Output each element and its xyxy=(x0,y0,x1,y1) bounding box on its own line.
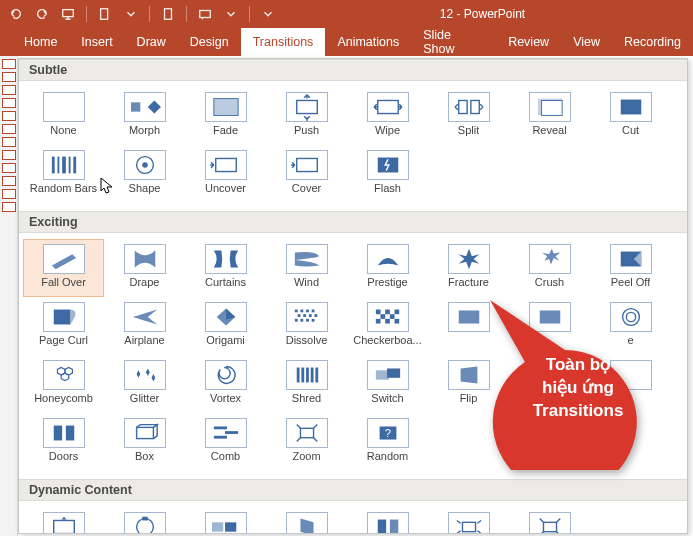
transition-curtains[interactable]: Curtains xyxy=(185,239,266,297)
svg-rect-10 xyxy=(458,100,466,113)
svg-rect-43 xyxy=(380,314,385,319)
quick-access-toolbar xyxy=(6,4,278,24)
transition-flip[interactable]: Flip xyxy=(428,355,509,413)
svg-rect-41 xyxy=(385,310,390,315)
transition-push[interactable]: Push xyxy=(266,87,347,145)
transition-cut[interactable]: Cut xyxy=(590,87,671,145)
svg-rect-59 xyxy=(301,368,304,383)
tab-home[interactable]: Home xyxy=(12,28,69,56)
window-title: 12 - PowerPoint xyxy=(278,7,687,21)
svg-rect-23 xyxy=(296,158,317,171)
svg-rect-62 xyxy=(315,368,318,383)
tab-draw[interactable]: Draw xyxy=(125,28,178,56)
svg-marker-54 xyxy=(61,373,68,380)
svg-rect-83 xyxy=(389,520,397,534)
tab-animations[interactable]: Animations xyxy=(325,28,411,56)
transition-none[interactable]: None xyxy=(23,87,104,145)
transition-switch[interactable]: Switch xyxy=(347,355,428,413)
transition-zoom[interactable]: Zoom xyxy=(266,413,347,471)
transition-page-curl[interactable]: Page Curl xyxy=(23,297,104,355)
svg-rect-31 xyxy=(311,310,314,313)
svg-marker-57 xyxy=(151,374,155,381)
tab-recording[interactable]: Recording xyxy=(612,28,693,56)
svg-rect-28 xyxy=(294,310,297,313)
transition-checkerboard[interactable]: Checkerboa... xyxy=(347,297,428,355)
start-slideshow-button[interactable] xyxy=(58,4,78,24)
textbox-button[interactable] xyxy=(195,4,215,24)
transition-fly-through[interactable]: Fly Through xyxy=(509,507,590,534)
transition-pan[interactable]: Pan xyxy=(23,507,104,534)
svg-rect-72 xyxy=(300,428,313,437)
transition-wipe[interactable]: Wipe xyxy=(347,87,428,145)
transition-hidden-3[interactable]: e xyxy=(590,297,671,355)
transition-airplane[interactable]: Airplane xyxy=(104,297,185,355)
transition-morph[interactable]: Morph xyxy=(104,87,185,145)
transitions-gallery[interactable]: Subtle None Morph Fade Push Wipe Split R… xyxy=(18,58,688,534)
textbox-dropdown[interactable] xyxy=(221,4,241,24)
transition-vortex[interactable]: Vortex xyxy=(185,355,266,413)
slide-thumbnail-panel[interactable] xyxy=(0,56,18,536)
transition-hidden-5[interactable] xyxy=(590,355,671,413)
transition-orbit[interactable]: Orbit xyxy=(428,507,509,534)
svg-rect-67 xyxy=(65,426,73,441)
redo-button[interactable] xyxy=(32,4,52,24)
transition-prestige[interactable]: Prestige xyxy=(347,239,428,297)
group-header-exciting: Exciting xyxy=(19,211,687,233)
transition-origami[interactable]: Origami xyxy=(185,297,266,355)
transition-fade[interactable]: Fade xyxy=(185,87,266,145)
transition-shape[interactable]: Shape xyxy=(104,145,185,203)
transition-hidden-4[interactable] xyxy=(509,355,590,413)
transition-conveyor[interactable]: Conveyor xyxy=(185,507,266,534)
new-document-button[interactable] xyxy=(158,4,178,24)
transition-drape[interactable]: Drape xyxy=(104,239,185,297)
transition-uncover[interactable]: Uncover xyxy=(185,145,266,203)
transition-dissolve[interactable]: Dissolve xyxy=(266,297,347,355)
svg-rect-80 xyxy=(225,522,236,531)
new-slide-dropdown[interactable] xyxy=(121,4,141,24)
transition-flash[interactable]: Flash xyxy=(347,145,428,203)
transition-reveal[interactable]: Reveal xyxy=(509,87,590,145)
tab-design[interactable]: Design xyxy=(178,28,241,56)
svg-rect-27 xyxy=(53,310,70,325)
tab-insert[interactable]: Insert xyxy=(69,28,124,56)
new-slide-button[interactable] xyxy=(95,4,115,24)
tab-view[interactable]: View xyxy=(561,28,612,56)
transition-random[interactable]: ?Random xyxy=(347,413,428,471)
transition-hidden-2[interactable] xyxy=(509,297,590,355)
svg-rect-34 xyxy=(308,314,311,317)
svg-rect-32 xyxy=(297,314,300,317)
transition-wind[interactable]: Wind xyxy=(266,239,347,297)
svg-rect-63 xyxy=(375,370,388,379)
transition-rotate[interactable]: Rotate xyxy=(266,507,347,534)
undo-button[interactable] xyxy=(6,4,26,24)
transition-doors[interactable]: Doors xyxy=(23,413,104,471)
svg-rect-82 xyxy=(377,520,385,534)
transition-window[interactable]: Window xyxy=(347,507,428,534)
tab-slideshow[interactable]: Slide Show xyxy=(411,28,496,56)
transition-shred[interactable]: Shred xyxy=(266,355,347,413)
qat-customize[interactable] xyxy=(258,4,278,24)
svg-marker-81 xyxy=(300,519,313,534)
svg-rect-48 xyxy=(458,310,479,323)
transition-hidden-1[interactable] xyxy=(428,297,509,355)
transition-fracture[interactable]: Fracture xyxy=(428,239,509,297)
svg-rect-36 xyxy=(294,319,297,322)
transition-split[interactable]: Split xyxy=(428,87,509,145)
svg-marker-55 xyxy=(136,370,140,377)
transition-random-bars[interactable]: Random Bars xyxy=(23,145,104,203)
transition-peel-off[interactable]: Peel Off xyxy=(590,239,671,297)
tab-review[interactable]: Review xyxy=(496,28,561,56)
transition-box[interactable]: Box xyxy=(104,413,185,471)
transition-fall-over[interactable]: Fall Over xyxy=(23,239,104,297)
svg-rect-49 xyxy=(539,310,560,323)
transition-ferris-wheel[interactable]: Ferris Wheel xyxy=(104,507,185,534)
tab-transitions[interactable]: Transitions xyxy=(241,28,326,56)
transition-cover[interactable]: Cover xyxy=(266,145,347,203)
transition-crush[interactable]: Crush xyxy=(509,239,590,297)
svg-rect-39 xyxy=(311,319,314,322)
transition-glitter[interactable]: Glitter xyxy=(104,355,185,413)
svg-rect-6 xyxy=(213,99,237,116)
transition-honeycomb[interactable]: Honeycomb xyxy=(23,355,104,413)
transition-comb[interactable]: Comb xyxy=(185,413,266,471)
svg-rect-19 xyxy=(73,157,76,174)
